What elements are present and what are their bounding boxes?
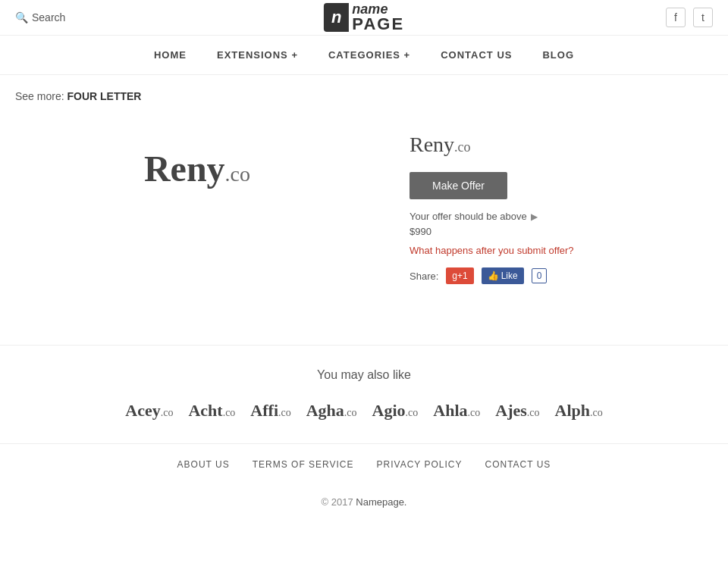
offer-arrow-icon: ▶ xyxy=(531,211,538,222)
fb-like-thumb-icon: 👍 xyxy=(488,271,499,281)
footer-copyright: © 2017 Namepage. xyxy=(0,485,728,519)
footer-nav: ABOUT US TERMS OF SERVICE PRIVACY POLICY… xyxy=(0,443,728,485)
domain-logo-tld: .co xyxy=(225,162,250,186)
nav-item-categories[interactable]: CATEGORIES + xyxy=(328,49,410,61)
footer-link-contact[interactable]: CONTACT US xyxy=(485,459,551,470)
footer-link-privacy[interactable]: PRIVACY POLICY xyxy=(377,459,463,470)
domain-card-7[interactable]: Alph.co xyxy=(555,401,603,421)
logo-page: PAGE xyxy=(352,16,404,33)
domain-title-tld: .co xyxy=(454,139,471,155)
domain-showcase: Reny.co Reny.co Make Offer Your offer sh… xyxy=(15,117,713,299)
domain-title: Reny.co xyxy=(410,133,713,157)
domain-card-1[interactable]: Acht.co xyxy=(188,401,235,421)
offer-amount: $990 xyxy=(410,226,713,237)
domain-card-5[interactable]: Ahla.co xyxy=(433,401,480,421)
search-label: Search xyxy=(32,11,65,23)
twitter-icon[interactable]: t xyxy=(693,8,713,27)
domain-grid: Acey.co Acht.co Affi.co Agha.co Agio.co … xyxy=(15,401,713,421)
site-logo[interactable]: n name PAGE xyxy=(324,2,404,33)
main-nav: HOME EXTENSIONS + CATEGORIES + CONTACT U… xyxy=(0,36,728,75)
see-more-link[interactable]: FOUR LETTER xyxy=(67,90,141,102)
domain-title-name: Reny xyxy=(410,133,454,156)
google-plus-button[interactable]: g+1 xyxy=(446,267,473,284)
see-more-prefix: See more: xyxy=(15,90,64,102)
facebook-icon[interactable]: f xyxy=(666,8,686,27)
footer-brand-link[interactable]: Namepage. xyxy=(356,496,406,508)
search-button[interactable]: 🔍 Search xyxy=(15,11,65,23)
domain-logo-area: Reny.co xyxy=(15,117,379,220)
domain-card-4[interactable]: Agio.co xyxy=(372,401,419,421)
offer-hint: Your offer should be above ▶ xyxy=(410,211,713,222)
header: 🔍 Search n name PAGE f t xyxy=(0,0,728,36)
domain-card-2[interactable]: Affi.co xyxy=(250,401,290,421)
logo-text: name PAGE xyxy=(349,2,404,33)
nav-item-extensions[interactable]: EXTENSIONS + xyxy=(217,49,298,61)
share-label: Share: xyxy=(410,271,438,282)
facebook-count: 0 xyxy=(532,268,548,283)
nav-item-contact[interactable]: CONTACT US xyxy=(441,49,512,61)
social-links: f t xyxy=(666,8,713,27)
domain-card-3[interactable]: Agha.co xyxy=(306,401,357,421)
also-like-title: You may also like xyxy=(15,368,713,382)
footer-link-about[interactable]: ABOUT US xyxy=(177,459,230,470)
make-offer-button[interactable]: Make Offer xyxy=(410,172,507,199)
offer-submit-link[interactable]: What happens after you submit offer? xyxy=(410,245,713,256)
share-row: Share: g+1 👍 Like 0 xyxy=(410,267,713,284)
domain-card-6[interactable]: Ajes.co xyxy=(495,401,539,421)
domain-card-0[interactable]: Acey.co xyxy=(125,401,173,421)
footer-link-terms[interactable]: TERMS OF SERVICE xyxy=(253,459,354,470)
see-more-section: See more: FOUR LETTER xyxy=(15,90,713,102)
also-like-section: You may also like Acey.co Acht.co Affi.c… xyxy=(0,345,728,443)
domain-logo-display: Reny.co xyxy=(144,148,250,189)
main-content: See more: FOUR LETTER Reny.co Reny.co Ma… xyxy=(0,75,728,345)
domain-info: Reny.co Make Offer Your offer should be … xyxy=(410,117,713,299)
domain-logo-name: Reny xyxy=(144,149,225,189)
nav-item-blog[interactable]: BLOG xyxy=(542,49,574,61)
search-icon: 🔍 xyxy=(15,11,28,23)
nav-item-home[interactable]: HOME xyxy=(154,49,187,61)
facebook-like-button[interactable]: 👍 Like xyxy=(482,267,524,284)
logo-icon: n xyxy=(324,3,349,32)
